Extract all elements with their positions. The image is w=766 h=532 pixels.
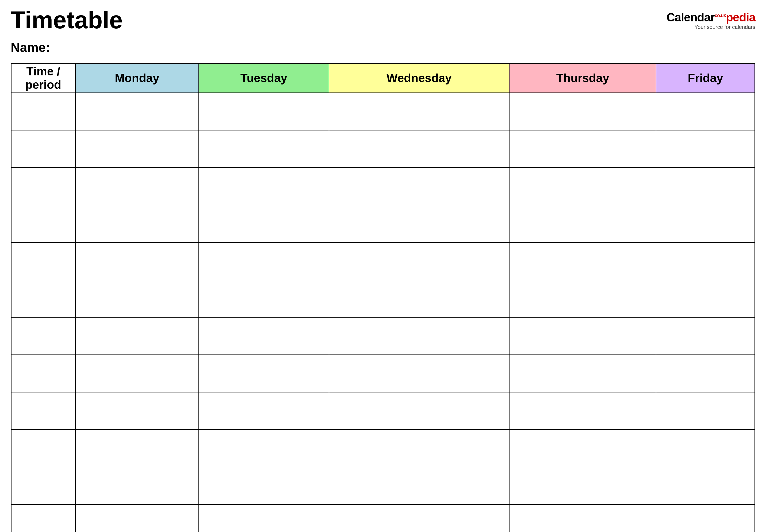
table-row — [11, 430, 755, 467]
table-row — [11, 130, 755, 168]
cell-row11-col0[interactable] — [11, 504, 75, 532]
cell-row2-col5[interactable] — [656, 168, 755, 205]
cell-row1-col5[interactable] — [656, 130, 755, 168]
cell-row1-col0[interactable] — [11, 130, 75, 168]
table-row — [11, 242, 755, 280]
cell-row10-col2[interactable] — [199, 467, 329, 504]
cell-row6-col2[interactable] — [199, 317, 329, 355]
col-header-thursday: Thursday — [509, 63, 656, 93]
logo: Calendarco.ukpedia Your source for calen… — [667, 11, 755, 30]
cell-row8-col4[interactable] — [509, 392, 656, 430]
cell-row5-col3[interactable] — [329, 280, 509, 317]
cell-row3-col5[interactable] — [656, 205, 755, 242]
cell-row0-col1[interactable] — [75, 93, 199, 130]
logo-brand: Calendarco.ukpedia — [667, 11, 755, 24]
table-row — [11, 93, 755, 130]
col-header-tuesday: Tuesday — [199, 63, 329, 93]
table-row — [11, 504, 755, 532]
cell-row9-col2[interactable] — [199, 430, 329, 467]
cell-row6-col0[interactable] — [11, 317, 75, 355]
logo-pedia-text: pedia — [726, 11, 755, 24]
cell-row4-col3[interactable] — [329, 242, 509, 280]
cell-row3-col2[interactable] — [199, 205, 329, 242]
col-header-time: Time / period — [11, 63, 75, 93]
cell-row1-col4[interactable] — [509, 130, 656, 168]
cell-row0-col0[interactable] — [11, 93, 75, 130]
cell-row2-col2[interactable] — [199, 168, 329, 205]
cell-row4-col1[interactable] — [75, 242, 199, 280]
cell-row0-col4[interactable] — [509, 93, 656, 130]
cell-row4-col0[interactable] — [11, 242, 75, 280]
cell-row6-col5[interactable] — [656, 317, 755, 355]
cell-row3-col3[interactable] — [329, 205, 509, 242]
cell-row7-col5[interactable] — [656, 355, 755, 392]
cell-row1-col3[interactable] — [329, 130, 509, 168]
cell-row8-col1[interactable] — [75, 392, 199, 430]
cell-row9-col0[interactable] — [11, 430, 75, 467]
cell-row2-col0[interactable] — [11, 168, 75, 205]
cell-row11-col4[interactable] — [509, 504, 656, 532]
cell-row2-col3[interactable] — [329, 168, 509, 205]
col-header-friday: Friday — [656, 63, 755, 93]
cell-row4-col5[interactable] — [656, 242, 755, 280]
cell-row11-col5[interactable] — [656, 504, 755, 532]
cell-row7-col1[interactable] — [75, 355, 199, 392]
cell-row10-col5[interactable] — [656, 467, 755, 504]
page-header: Timetable Calendarco.ukpedia Your source… — [11, 8, 755, 32]
table-row — [11, 317, 755, 355]
cell-row1-col2[interactable] — [199, 130, 329, 168]
cell-row3-col1[interactable] — [75, 205, 199, 242]
logo-calendar-text: Calendar — [667, 11, 715, 24]
cell-row3-col4[interactable] — [509, 205, 656, 242]
cell-row10-col1[interactable] — [75, 467, 199, 504]
logo-tagline: Your source for calendars — [695, 24, 755, 30]
cell-row7-col2[interactable] — [199, 355, 329, 392]
cell-row9-col5[interactable] — [656, 430, 755, 467]
cell-row0-col2[interactable] — [199, 93, 329, 130]
cell-row11-col2[interactable] — [199, 504, 329, 532]
cell-row9-col1[interactable] — [75, 430, 199, 467]
table-row — [11, 205, 755, 242]
cell-row9-col4[interactable] — [509, 430, 656, 467]
col-header-wednesday: Wednesday — [329, 63, 509, 93]
cell-row4-col2[interactable] — [199, 242, 329, 280]
table-header-row: Time / period Monday Tuesday Wednesday T… — [11, 63, 755, 93]
logo-couk: co.uk — [715, 13, 726, 18]
cell-row5-col2[interactable] — [199, 280, 329, 317]
page-title: Timetable — [11, 8, 123, 32]
cell-row2-col1[interactable] — [75, 168, 199, 205]
cell-row0-col3[interactable] — [329, 93, 509, 130]
cell-row6-col3[interactable] — [329, 317, 509, 355]
cell-row8-col5[interactable] — [656, 392, 755, 430]
cell-row7-col4[interactable] — [509, 355, 656, 392]
cell-row11-col3[interactable] — [329, 504, 509, 532]
cell-row9-col3[interactable] — [329, 430, 509, 467]
col-header-monday: Monday — [75, 63, 199, 93]
timetable: Time / period Monday Tuesday Wednesday T… — [11, 63, 755, 532]
table-row — [11, 168, 755, 205]
cell-row8-col3[interactable] — [329, 392, 509, 430]
cell-row5-col0[interactable] — [11, 280, 75, 317]
table-row — [11, 280, 755, 317]
cell-row8-col2[interactable] — [199, 392, 329, 430]
cell-row5-col1[interactable] — [75, 280, 199, 317]
cell-row0-col5[interactable] — [656, 93, 755, 130]
cell-row5-col4[interactable] — [509, 280, 656, 317]
cell-row6-col1[interactable] — [75, 317, 199, 355]
cell-row10-col0[interactable] — [11, 467, 75, 504]
cell-row7-col3[interactable] — [329, 355, 509, 392]
name-label: Name: — [11, 40, 755, 55]
cell-row11-col1[interactable] — [75, 504, 199, 532]
cell-row1-col1[interactable] — [75, 130, 199, 168]
cell-row7-col0[interactable] — [11, 355, 75, 392]
cell-row8-col0[interactable] — [11, 392, 75, 430]
table-row — [11, 467, 755, 504]
cell-row10-col3[interactable] — [329, 467, 509, 504]
cell-row2-col4[interactable] — [509, 168, 656, 205]
cell-row5-col5[interactable] — [656, 280, 755, 317]
cell-row3-col0[interactable] — [11, 205, 75, 242]
cell-row6-col4[interactable] — [509, 317, 656, 355]
cell-row4-col4[interactable] — [509, 242, 656, 280]
table-row — [11, 355, 755, 392]
cell-row10-col4[interactable] — [509, 467, 656, 504]
